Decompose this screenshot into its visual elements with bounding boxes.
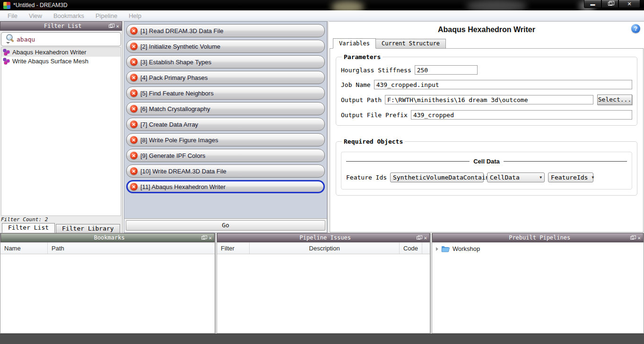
close-panel-icon[interactable]: ✕ — [116, 24, 119, 29]
pipeline-filter-item[interactable]: ✕ [11] Abaqus Hexahedron Writer — [126, 180, 325, 193]
pipeline-filter-label: [9] Generate IPF Colors — [140, 152, 205, 159]
expand-arrow-icon[interactable] — [436, 247, 438, 251]
dream3d-window: *Untitled - DREAM3D ▬ ✕ File View Bookma… — [0, 0, 644, 344]
pipeline-filter-label: [3] Establish Shape Types — [140, 59, 211, 66]
required-objects-group-label: Required Objects — [342, 138, 405, 145]
divider-line — [346, 161, 470, 162]
bookmarks-title: Bookmarks — [17, 234, 201, 241]
filter-list-panel: Filter List ✕ — [0, 21, 122, 233]
filter-search-input[interactable] — [17, 36, 118, 43]
pipeline-view: ✕ [1] Read DREAM.3D Data File ✕ [2] Init… — [124, 21, 327, 233]
menu-help[interactable]: Help — [124, 11, 146, 20]
menu-pipeline[interactable]: Pipeline — [91, 11, 122, 20]
data-container-combo[interactable]: SyntheticVolumeDataContainer ▼ — [390, 172, 484, 182]
pipeline-issues-title: Pipeline Issues — [234, 234, 417, 241]
tree-item-label: Workshop — [453, 245, 480, 252]
pipeline-filter-item[interactable]: ✕ [3] Establish Shape Types — [126, 55, 325, 69]
pipeline-filter-item[interactable]: ✕ [1] Read DREAM.3D Data File — [126, 24, 325, 37]
go-button[interactable]: Go — [126, 220, 325, 231]
delete-filter-icon[interactable]: ✕ — [130, 120, 138, 128]
pipeline-issues-column-headers: Filter Description Code — [217, 242, 430, 254]
required-objects-group: Required Objects Cell Data Feature Ids S… — [336, 138, 637, 196]
pipeline-filter-item[interactable]: ✕ [5] Find Feature Neighbors — [126, 86, 325, 100]
output-file-prefix-input[interactable] — [411, 110, 632, 120]
delete-filter-icon[interactable]: ✕ — [130, 105, 138, 112]
delete-filter-icon[interactable]: ✕ — [130, 74, 138, 81]
column-header-code[interactable]: Code — [400, 242, 422, 254]
tree-item-workshop[interactable]: Workshop — [432, 242, 644, 252]
array-combo[interactable]: FeatureIds ▼ — [548, 172, 593, 182]
filter-item-label: Abaqus Hexahedron Writer — [12, 49, 87, 56]
pipeline-filter-item[interactable]: ✕ [7] Create Data Array — [126, 118, 325, 131]
prebuilt-pipelines-panel: Prebuilt Pipelines ✕ Workshop — [432, 233, 644, 334]
output-path-label: Output Path — [341, 96, 382, 103]
menu-bookmarks[interactable]: Bookmarks — [49, 11, 89, 20]
array-combo-value: FeatureIds — [551, 174, 588, 181]
pipeline-filter-label: [1] Read DREAM.3D Data File — [140, 27, 224, 34]
pipeline-filter-item[interactable]: ✕ [4] Pack Primary Phases — [126, 71, 325, 84]
tab-variables[interactable]: Variables — [333, 38, 376, 49]
job-name-input[interactable] — [374, 80, 632, 89]
variables-pane: Parameters Hourglass Stiffness Job Name … — [330, 48, 644, 232]
float-panel-icon[interactable] — [109, 25, 113, 28]
filter-list-item[interactable]: Abaqus Hexahedron Writer — [1, 48, 121, 57]
search-icon — [4, 33, 17, 45]
pipeline-filter-label: [5] Find Feature Neighbors — [140, 90, 214, 97]
tab-filter-list[interactable]: Filter List — [2, 223, 55, 233]
menu-view[interactable]: View — [24, 11, 47, 20]
parameters-group: Parameters Hourglass Stiffness Job Name … — [336, 53, 637, 126]
windows-taskbar[interactable] — [0, 334, 644, 344]
prebuilt-pipelines-header: Prebuilt Pipelines ✕ — [432, 233, 644, 242]
close-panel-icon[interactable]: ✕ — [637, 235, 641, 241]
restore-button[interactable] — [601, 0, 618, 8]
filter-search-box[interactable] — [1, 32, 121, 46]
column-header-filter[interactable]: Filter — [217, 242, 250, 254]
close-panel-icon[interactable]: ✕ — [209, 235, 212, 241]
column-header-name[interactable]: Name — [0, 242, 48, 254]
delete-filter-icon[interactable]: ✕ — [130, 136, 138, 144]
pipeline-filter-item[interactable]: ✕ [2] Initialize Synthetic Volume — [126, 40, 325, 53]
bookmarks-column-headers: Name Path — [0, 242, 215, 254]
delete-filter-icon[interactable]: ✕ — [130, 89, 138, 97]
glass-reflection — [466, 0, 527, 10]
float-panel-icon[interactable] — [630, 236, 634, 240]
pipeline-filter-item[interactable]: ✕ [6] Match Crystallography — [126, 102, 325, 115]
menu-file[interactable]: File — [3, 11, 22, 20]
delete-filter-icon[interactable]: ✕ — [130, 27, 138, 34]
tab-filter-library[interactable]: Filter Library — [56, 224, 120, 233]
select-path-button[interactable]: Select... — [597, 95, 632, 105]
tab-current-structure[interactable]: Current Structure — [376, 39, 446, 49]
attribute-matrix-combo[interactable]: CellData ▼ — [487, 172, 545, 182]
pipeline-filter-label: [2] Initialize Synthetic Volume — [140, 43, 220, 50]
column-header-description[interactable]: Description — [250, 242, 400, 254]
delete-filter-icon[interactable]: ✕ — [130, 43, 138, 50]
delete-filter-icon[interactable]: ✕ — [130, 183, 138, 190]
pipeline-filter-label: [6] Match Crystallography — [140, 105, 210, 112]
help-icon[interactable]: ? — [631, 24, 640, 33]
output-path-input[interactable] — [385, 95, 593, 104]
close-button[interactable]: ✕ — [618, 0, 640, 8]
column-header-path[interactable]: Path — [48, 242, 215, 254]
float-panel-icon[interactable] — [201, 236, 205, 240]
filter-editor-title: Abaqus Hexahedron Writer — [438, 26, 535, 34]
delete-filter-icon[interactable]: ✕ — [130, 152, 138, 159]
pipeline-filter-item[interactable]: ✕ [10] Write DREAM.3D Data File — [126, 164, 325, 178]
delete-filter-icon[interactable]: ✕ — [130, 58, 138, 66]
float-panel-icon[interactable] — [417, 236, 420, 240]
title-bar: *Untitled - DREAM3D ▬ ✕ — [0, 0, 644, 10]
bookmarks-body — [0, 254, 215, 333]
close-panel-icon[interactable]: ✕ — [424, 235, 427, 241]
attribute-matrix-combo-value: CellData — [490, 174, 520, 181]
filter-item-label: Write Abaqus Surface Mesh — [12, 58, 88, 65]
chevron-down-icon: ▼ — [536, 175, 542, 180]
pipeline-filter-label: [4] Pack Primary Phases — [140, 74, 208, 81]
pipeline-filter-item[interactable]: ✕ [9] Generate IPF Colors — [126, 149, 325, 162]
parameters-group-label: Parameters — [342, 53, 383, 60]
data-container-combo-value: SyntheticVolumeDataContainer — [393, 174, 496, 181]
pipeline-filter-item[interactable]: ✕ [8] Write Pole Figure Images — [126, 133, 325, 146]
hourglass-stiffness-input[interactable] — [415, 65, 478, 75]
dream3d-logo-icon — [3, 2, 10, 9]
delete-filter-icon[interactable]: ✕ — [130, 167, 138, 175]
minimize-button[interactable]: ▬ — [584, 0, 601, 8]
filter-list-item[interactable]: Write Abaqus Surface Mesh — [1, 57, 121, 66]
